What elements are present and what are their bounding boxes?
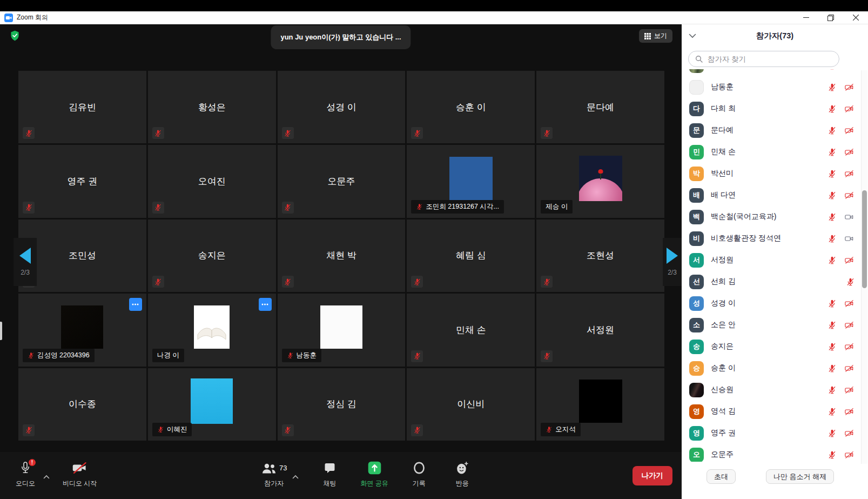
video-tile[interactable]: 조민성 <box>18 219 146 292</box>
participant-row[interactable]: 소소은 안 <box>682 314 868 336</box>
reactions-button[interactable]: 반응 <box>450 461 475 488</box>
chat-button[interactable]: 채팅 <box>317 461 342 488</box>
invite-button[interactable]: 초대 <box>706 469 736 484</box>
participant-row[interactable]: 문문다예 <box>682 119 868 141</box>
view-button[interactable]: 보기 <box>639 29 672 43</box>
participant-search-input[interactable] <box>706 55 832 64</box>
participant-row[interactable]: 다다희 최 <box>682 98 868 119</box>
participant-row[interactable]: 영영석 김 <box>682 401 868 422</box>
participant-avatar: 다 <box>689 102 704 116</box>
audio-options-caret[interactable] <box>43 465 50 488</box>
participant-avatar: 민 <box>689 145 704 159</box>
window-controls <box>793 11 868 24</box>
mic-muted-icon <box>23 424 35 436</box>
close-button[interactable] <box>843 11 868 24</box>
mic-muted-icon <box>827 169 837 178</box>
participant-row[interactable]: 서서정원 <box>682 249 868 271</box>
side-panel-handle[interactable] <box>0 322 2 340</box>
video-tile[interactable]: 제승 이 <box>536 145 664 217</box>
participant-row[interactable]: 박박선미 <box>682 163 868 184</box>
video-tile[interactable]: 민채 손 <box>407 294 535 366</box>
mic-muted-icon <box>23 202 35 214</box>
participant-row[interactable]: 오오문주 <box>682 444 868 462</box>
video-tile[interactable]: 정심 김 <box>278 368 406 441</box>
video-tile[interactable]: 송지은 <box>148 219 276 292</box>
video-tile[interactable]: 문다예 <box>536 71 664 143</box>
camera-off-icon <box>844 256 855 265</box>
restore-button[interactable] <box>818 11 843 24</box>
mic-muted-icon <box>541 127 553 139</box>
video-tile[interactable]: 채현 박 <box>278 219 406 292</box>
video-tile[interactable]: 조민희 21931267 시각... <box>407 145 535 217</box>
participants-label: 참가자 <box>264 479 284 488</box>
share-screen-button[interactable]: 화면 공유 <box>360 461 388 488</box>
video-tile[interactable]: 나경 이 <box>148 294 276 366</box>
video-tile[interactable]: 이신비 <box>407 368 535 441</box>
participant-list: 남동훈다다희 최문문다예민민채 손박박선미배배 다연백백순철(국어교육과)비비호… <box>682 69 868 462</box>
participant-avatar: 성 <box>689 296 704 311</box>
video-tile[interactable]: 혜림 심 <box>407 219 535 292</box>
participant-row[interactable]: 백백순철(국어교육과) <box>682 206 868 228</box>
tile-options-button[interactable] <box>129 298 142 311</box>
scrollbar-thumb[interactable] <box>862 190 867 288</box>
record-button[interactable]: 기록 <box>407 461 432 488</box>
leave-button[interactable]: 나가기 <box>633 466 673 485</box>
participant-row[interactable]: 비비호생활관장 정석연 <box>682 228 868 249</box>
participant-row[interactable]: 영영주 권 <box>682 422 868 444</box>
minimize-button[interactable] <box>793 11 818 24</box>
video-button[interactable]: 비디오 시작 <box>63 461 97 488</box>
mic-muted-icon <box>827 104 837 114</box>
participant-row[interactable]: 승승훈 이 <box>682 357 868 379</box>
participant-list-scrollbar[interactable] <box>861 70 867 464</box>
unmute-self-button[interactable]: 나만 음소거 해제 <box>766 469 834 484</box>
audio-button[interactable]: ! 오디오 <box>13 461 38 488</box>
video-tile[interactable]: 서정원 <box>536 294 664 366</box>
participant-avatar: 승 <box>689 361 704 376</box>
video-tile[interactable]: 이혜진 <box>148 368 276 441</box>
camera-off-icon <box>844 407 855 416</box>
panel-collapse-chevron-icon[interactable] <box>689 34 696 38</box>
gallery-prev-page[interactable]: 2/3 <box>14 238 37 286</box>
participant-avatar: 선 <box>689 275 704 289</box>
gallery-next-page[interactable]: 2/3 <box>663 238 682 286</box>
camera-on-icon <box>844 212 855 222</box>
video-tile[interactable]: 승훈 이 <box>407 71 535 143</box>
participant-row[interactable]: 선선희 김 <box>682 271 868 292</box>
participant-name-tag: 남동훈 <box>282 349 322 362</box>
participant-row[interactable]: 송송지은 <box>682 336 868 357</box>
share-screen-icon <box>367 461 382 475</box>
participant-name: 김성영 22034396 <box>37 351 90 360</box>
video-tile[interactable]: 영주 권 <box>18 145 146 217</box>
video-tile[interactable]: 성경 이 <box>278 71 406 143</box>
camera-off-icon <box>844 364 855 373</box>
participant-name: 소은 안 <box>711 320 819 330</box>
video-tile[interactable]: 오지석 <box>536 368 664 441</box>
participant-row[interactable]: 배배 다연 <box>682 184 868 206</box>
video-tile[interactable]: 이수종 <box>18 368 146 441</box>
camera-off-icon <box>844 321 855 330</box>
video-tile[interactable]: 황성은 <box>148 71 276 143</box>
tile-options-button[interactable] <box>259 298 272 311</box>
participants-panel: 참가자(73) 남동훈다다희 최문문다예민민채 손박박선미배배 다연백백순철(국… <box>682 24 868 499</box>
video-tile[interactable]: 김성영 22034396 <box>18 294 146 366</box>
encryption-shield-icon[interactable] <box>10 30 19 41</box>
camera-off-icon <box>844 450 855 460</box>
video-tile[interactable]: 조현성 <box>536 219 664 292</box>
participant-row[interactable]: 성성경 이 <box>682 292 868 314</box>
participant-name: 남동훈 <box>297 351 317 360</box>
video-tile[interactable]: 김유빈 <box>18 71 146 143</box>
participant-video-thumbnail <box>449 157 493 200</box>
video-tile[interactable]: 오문주 <box>278 145 406 217</box>
participant-name: 신승원 <box>711 385 819 395</box>
participants-button[interactable]: 73 참가자 <box>261 461 287 488</box>
participant-name: 선희 김 <box>711 277 819 287</box>
participant-name: 문다예 <box>536 71 664 143</box>
participants-options-caret[interactable] <box>292 465 299 488</box>
video-tile[interactable]: 오여진 <box>148 145 276 217</box>
participant-row[interactable] <box>682 69 868 76</box>
participant-row[interactable]: 신승원 <box>682 379 868 401</box>
participant-row[interactable]: 남동훈 <box>682 76 868 98</box>
participant-row[interactable]: 민민채 손 <box>682 141 868 163</box>
video-tile[interactable]: 남동훈 <box>278 294 406 366</box>
participant-avatar: 오 <box>689 448 704 462</box>
